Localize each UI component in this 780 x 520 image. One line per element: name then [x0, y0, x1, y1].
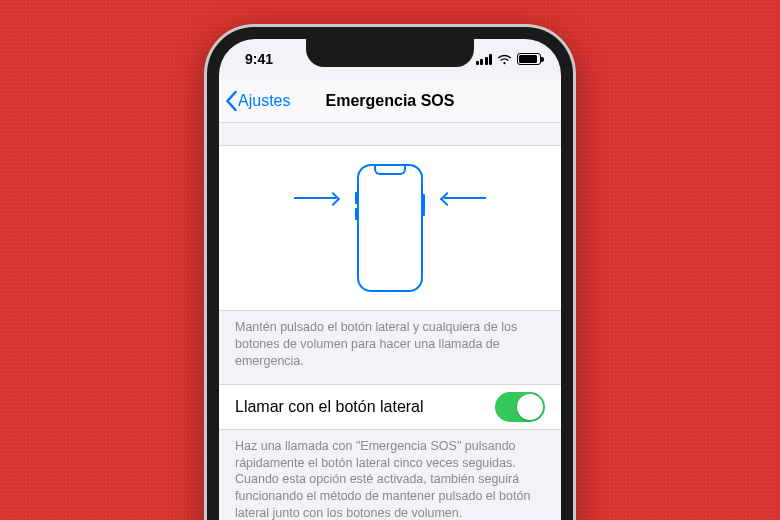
- navigation-bar: Ajustes Emergencia SOS: [219, 79, 561, 123]
- illustration-footer: Mantén pulsado el botón lateral y cualqu…: [219, 311, 561, 384]
- battery-icon: [517, 53, 541, 65]
- back-button[interactable]: Ajustes: [225, 79, 290, 123]
- wifi-icon: [497, 54, 512, 65]
- notch: [306, 39, 474, 67]
- cell-label: Llamar con el botón lateral: [235, 398, 424, 416]
- arrow-right-icon: [444, 197, 486, 199]
- back-label: Ajustes: [238, 92, 290, 110]
- page-title: Emergencia SOS: [326, 92, 455, 110]
- status-time: 9:41: [245, 51, 305, 67]
- iphone-bezel: 9:41 Ajustes Emergencia SOS: [207, 27, 573, 520]
- chevron-left-icon: [225, 91, 238, 111]
- screen: 9:41 Ajustes Emergencia SOS: [219, 39, 561, 520]
- arrow-left-icon: [294, 197, 336, 199]
- illustration-block: [219, 145, 561, 311]
- sos-illustration: [290, 163, 490, 293]
- cellular-signal-icon: [476, 54, 493, 65]
- call-with-side-button-switch[interactable]: [495, 392, 545, 422]
- call-with-side-button-footer: Haz una llamada con "Emergencia SOS" pul…: [219, 430, 561, 520]
- call-with-side-button-cell[interactable]: Llamar con el botón lateral: [219, 384, 561, 430]
- phone-outline-icon: [357, 164, 423, 292]
- iphone-frame: 9:41 Ajustes Emergencia SOS: [204, 24, 576, 520]
- content: Mantén pulsado el botón lateral y cualqu…: [219, 145, 561, 520]
